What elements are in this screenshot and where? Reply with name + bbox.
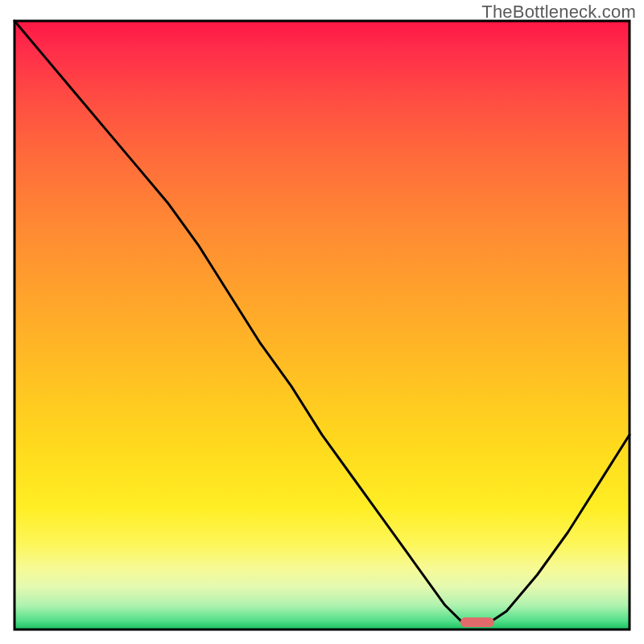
bottleneck-chart [0, 0, 644, 644]
optimal-range-marker [460, 617, 494, 627]
plot-background [14, 21, 630, 630]
